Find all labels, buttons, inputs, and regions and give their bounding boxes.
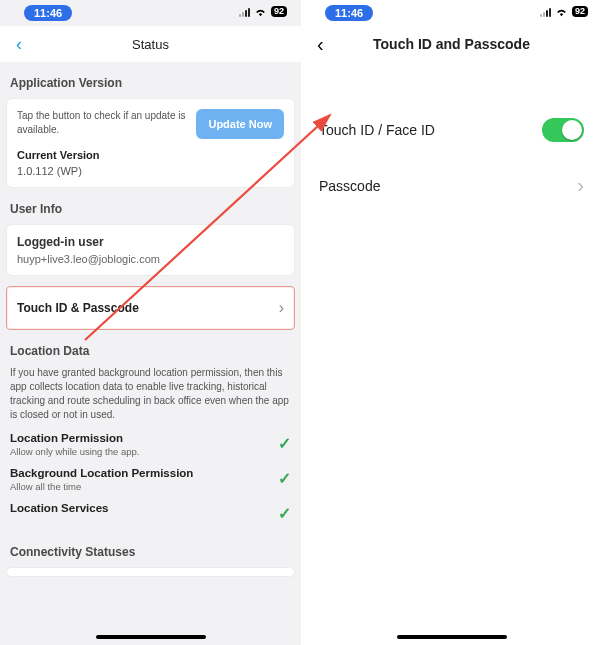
user-info-card: Logged-in user huyp+live3.leo@joblogic.c… bbox=[6, 224, 295, 276]
status-bar: 11:46 92 bbox=[0, 0, 301, 26]
page-title: Status bbox=[0, 37, 301, 52]
clock-time: 11:46 bbox=[325, 5, 373, 21]
current-version-label: Current Version bbox=[17, 149, 284, 161]
clock-time: 11:46 bbox=[24, 5, 72, 21]
chevron-right-icon: › bbox=[279, 299, 284, 317]
section-user-info: User Info bbox=[0, 188, 301, 224]
location-services-row: Location Services ✓ bbox=[0, 492, 301, 523]
back-button[interactable]: ‹ bbox=[311, 27, 330, 62]
location-permission-row: Location Permission Allow only while usi… bbox=[0, 422, 301, 457]
home-indicator[interactable] bbox=[96, 635, 206, 639]
back-button[interactable]: ‹ bbox=[10, 28, 28, 61]
cellular-icon bbox=[540, 7, 551, 17]
battery-icon: 92 bbox=[271, 6, 287, 17]
touch-face-id-label: Touch ID / Face ID bbox=[319, 122, 435, 138]
touch-face-id-row: Touch ID / Face ID bbox=[319, 102, 584, 158]
background-location-sub: Allow all the time bbox=[10, 481, 193, 492]
passcode-label: Passcode bbox=[319, 178, 380, 194]
touchid-screen: 11:46 92 ‹ Touch ID and Passcode Touch I… bbox=[301, 0, 602, 645]
status-bar: 11:46 92 bbox=[301, 0, 602, 26]
section-connectivity: Connectivity Statuses bbox=[0, 531, 301, 567]
app-version-card: Tap the button to check if an update is … bbox=[6, 98, 295, 188]
check-icon: ✓ bbox=[278, 504, 291, 523]
home-indicator[interactable] bbox=[397, 635, 507, 639]
logged-in-user-value: huyp+live3.leo@joblogic.com bbox=[17, 253, 284, 265]
chevron-right-icon: › bbox=[577, 174, 584, 197]
touch-id-passcode-row[interactable]: Touch ID & Passcode › bbox=[6, 286, 295, 330]
background-location-row: Background Location Permission Allow all… bbox=[0, 457, 301, 492]
status-screen: 11:46 92 ‹ Status Application Version Ta… bbox=[0, 0, 301, 645]
cellular-icon bbox=[239, 7, 250, 17]
touch-id-passcode-label: Touch ID & Passcode bbox=[17, 301, 139, 315]
location-permission-sub: Allow only while using the app. bbox=[10, 446, 139, 457]
logged-in-user-label: Logged-in user bbox=[17, 235, 284, 249]
status-icons: 92 bbox=[239, 6, 287, 17]
page-title: Touch ID and Passcode bbox=[301, 36, 602, 52]
nav-bar: ‹ Touch ID and Passcode bbox=[301, 26, 602, 62]
battery-icon: 92 bbox=[572, 6, 588, 17]
current-version-value: 1.0.112 (WP) bbox=[17, 165, 284, 177]
location-services-label: Location Services bbox=[10, 502, 108, 514]
update-desc: Tap the button to check if an update is … bbox=[17, 109, 188, 136]
check-icon: ✓ bbox=[278, 434, 291, 453]
location-desc: If you have granted background location … bbox=[0, 366, 301, 422]
connectivity-card bbox=[6, 567, 295, 577]
update-now-button[interactable]: Update Now bbox=[196, 109, 284, 139]
wifi-icon bbox=[254, 7, 267, 17]
touch-face-id-toggle[interactable] bbox=[542, 118, 584, 142]
status-icons: 92 bbox=[540, 6, 588, 17]
check-icon: ✓ bbox=[278, 469, 291, 488]
location-permission-label: Location Permission bbox=[10, 432, 139, 444]
section-location-data: Location Data bbox=[0, 330, 301, 366]
passcode-row[interactable]: Passcode › bbox=[319, 158, 584, 213]
nav-bar: ‹ Status bbox=[0, 26, 301, 62]
section-app-version: Application Version bbox=[0, 62, 301, 98]
background-location-label: Background Location Permission bbox=[10, 467, 193, 479]
wifi-icon bbox=[555, 7, 568, 17]
